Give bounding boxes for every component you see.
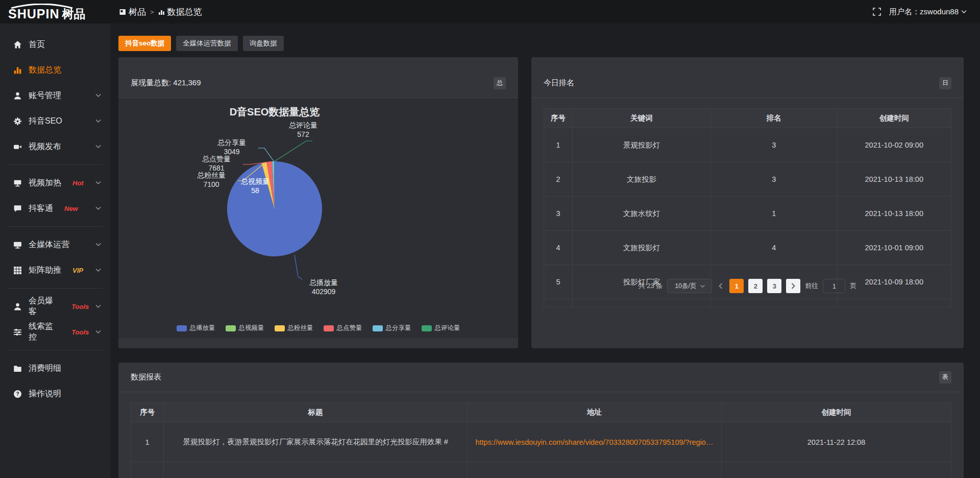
report-title: 数据报表 [131, 372, 161, 382]
table-row-partial [131, 462, 951, 478]
page-size-select[interactable]: 10条/页 [667, 279, 712, 293]
sidebar-divider [7, 350, 103, 350]
day-badge-button[interactable]: 日 [939, 77, 951, 89]
app-square-icon [119, 9, 126, 15]
chevron-down-icon [95, 93, 101, 98]
new-badge: New [64, 205, 78, 212]
table-row: 4文旅投影灯42021-10-01 09:00 [544, 231, 951, 265]
app-logo[interactable]: SHUPIN 树品 [0, 4, 110, 20]
legend-chip [177, 325, 187, 331]
sidebar-item-lead-monitor[interactable]: 线索监控 Tools [0, 319, 110, 345]
tab-omnimedia-data[interactable]: 全媒体运营数据 [176, 36, 238, 51]
sidebar-item-douyin-seo[interactable]: 抖音SEO [0, 108, 110, 134]
page-button-2[interactable]: 2 [748, 279, 763, 293]
prev-page-button[interactable] [717, 283, 725, 289]
total-badge-button[interactable]: 总 [494, 77, 506, 89]
pagination: 共 23 条 10条/页 1 2 3 前往 页 [531, 279, 964, 293]
sidebar-divider [7, 288, 103, 289]
page-button-3[interactable]: 3 [767, 279, 781, 293]
legend-item-fans[interactable]: 总粉丝量 [275, 324, 313, 332]
bar-chart-icon [13, 66, 22, 75]
ranking-title: 今日排名 [544, 78, 574, 88]
chevron-down-icon [95, 181, 101, 185]
chevron-right-icon [791, 283, 795, 289]
pie-chart-area: D音SEO数据量总览 总评论量 572 总分享量 3049 总点赞量 [118, 98, 518, 338]
user-menu[interactable]: 用户名：zswodun88 [889, 7, 967, 17]
table-row-partial [544, 299, 951, 307]
report-row-url-link[interactable]: https://www.iesdouyin.com/share/video/70… [467, 422, 721, 462]
goto-page-input[interactable] [823, 279, 845, 293]
tab-douyin-seo-data[interactable]: 抖音seo数据 [118, 36, 171, 51]
legend-chip [422, 325, 432, 331]
report-panel-header: 数据报表 表 [118, 363, 964, 392]
breadcrumb: 树品 > 数据总览 [119, 6, 202, 18]
ranking-panel: 今日排名 日 序号 关键词 排名 创建时间 1景观投影灯32021-10-02 … [531, 57, 964, 348]
goto-label: 前往 [805, 281, 818, 291]
user-icon [13, 91, 22, 100]
logo-text-en: SHUPIN [8, 7, 59, 21]
sidebar-item-video-publish[interactable]: 视频发布 [0, 134, 110, 159]
table-row: 3文旅水纹灯12021-10-13 18:00 [544, 197, 951, 231]
bar-chart-icon [158, 9, 165, 15]
leader-line-shares [258, 148, 274, 162]
report-table: 序号 标题 地址 创建时间 1 景观投影灯，夜游景观投影灯厂家展示展示落花灯在花… [131, 402, 951, 478]
impressions-total-label: 展现量总数: 421,369 [131, 78, 201, 88]
video-camera-icon [13, 142, 22, 151]
question-icon: ? [13, 390, 22, 398]
sidebar-item-omnimedia[interactable]: 全媒体运营 [0, 232, 110, 257]
table-badge-button[interactable]: 表 [939, 371, 951, 384]
sidebar-item-video-heat[interactable]: 视频加热 Hot [0, 170, 110, 196]
goto-unit: 页 [850, 281, 856, 291]
tools-badge: Tools [71, 303, 89, 310]
chevron-down-icon [95, 330, 101, 334]
sidebar-item-data-overview[interactable]: 数据总览 [0, 57, 110, 83]
chat-icon [13, 204, 22, 213]
next-page-button[interactable] [786, 279, 800, 293]
monitor-icon [13, 241, 22, 249]
grid-icon [13, 266, 22, 275]
chevron-down-icon [95, 206, 101, 210]
breadcrumb-separator: > [150, 8, 154, 16]
sidebar-item-douketong[interactable]: 抖客通 New [0, 196, 110, 221]
sidebar-item-account[interactable]: 账号管理 [0, 83, 110, 108]
tab-inquiry-data[interactable]: 询盘数据 [243, 36, 284, 51]
legend-item-likes[interactable]: 总点赞量 [324, 324, 362, 332]
data-tabs: 抖音seo数据 全媒体运营数据 询盘数据 [118, 36, 284, 51]
vip-badge: VIP [72, 267, 83, 274]
sidebar: 首页 数据总览 账号管理 抖音SEO 视频发布 视频加热 Hot 抖客通 New… [0, 23, 110, 478]
leader-line-play [295, 255, 302, 279]
sidebar-item-spend-detail[interactable]: 消费明细 [0, 355, 110, 381]
screen-icon [13, 179, 22, 187]
topbar: SHUPIN 树品 树品 > 数据总览 用户名：zswodun88 [0, 0, 980, 23]
breadcrumb-current[interactable]: 数据总览 [158, 6, 202, 18]
sidebar-divider [7, 226, 103, 227]
legend-item-play[interactable]: 总播放量 [177, 324, 215, 332]
chevron-down-icon [961, 10, 967, 14]
pie-label-likes: 总点赞量 7681 [191, 154, 242, 173]
breadcrumb-root[interactable]: 树品 [119, 6, 146, 18]
legend-item-video[interactable]: 总视频量 [226, 324, 264, 332]
legend-chip [275, 325, 285, 331]
logo-arc-icon [9, 4, 75, 9]
pie-label-comments: 总评论量 572 [278, 121, 329, 139]
pie-label-shares: 总分享量 3049 [206, 138, 257, 156]
chevron-down-icon [95, 243, 101, 247]
chart-panel: 展现量总数: 421,369 总 D音SEO数据量总览 总评论量 572 总分享… [118, 57, 518, 348]
sidebar-item-home[interactable]: 首页 [0, 32, 110, 57]
chevron-down-icon [700, 284, 705, 288]
pie-legend: 总播放量 总视频量 总粉丝量 总点赞量 总分享量 总评论量 [118, 324, 518, 332]
legend-item-shares[interactable]: 总分享量 [373, 324, 411, 332]
sidebar-item-help[interactable]: ? 操作说明 [0, 381, 110, 407]
report-panel: 数据报表 表 序号 标题 地址 创建时间 1 景观投影灯，夜游景观投影灯厂家展示… [118, 363, 964, 478]
table-row: 1景观投影灯32021-10-02 09:00 [544, 128, 951, 162]
legend-item-comments[interactable]: 总评论量 [422, 324, 460, 332]
pie-label-fans: 总粉丝量 7100 [186, 171, 237, 189]
fullscreen-icon[interactable] [873, 8, 881, 16]
report-row-title: 景观投影灯，夜游景观投影灯厂家展示展示落花灯在花园里的灯光投影应用效果 # [164, 422, 468, 462]
table-row: 1 景观投影灯，夜游景观投影灯厂家展示展示落花灯在花园里的灯光投影应用效果 # … [131, 422, 951, 462]
page-button-1[interactable]: 1 [729, 279, 744, 293]
home-icon [13, 40, 22, 49]
sidebar-item-member-burst[interactable]: 会员爆客 Tools [0, 294, 110, 319]
sidebar-item-matrix-boost[interactable]: 矩阵助推 VIP [0, 257, 110, 283]
chevron-down-icon [95, 304, 101, 308]
